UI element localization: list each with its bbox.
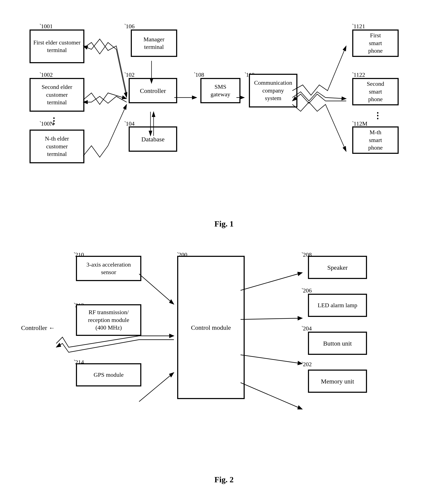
box-second-elder-terminal: Second eldercustomerterminal <box>30 78 84 112</box>
ref-204: ‵204 <box>302 325 312 332</box>
box-first-elder-terminal: First elder customer terminal <box>30 30 84 63</box>
box-rf-module: RF transmission/reception module(400 MHz… <box>76 304 141 336</box>
ref-1122: ‵1122 <box>352 71 365 78</box>
ref-112M: ‵112M <box>352 120 368 127</box>
fig2-caption: Fig. 2 <box>17 475 431 484</box>
ref-202: ‵202 <box>302 361 312 368</box>
ref-102: ‵102 <box>125 71 135 78</box>
svg-line-11 <box>241 273 303 290</box>
ref-106: ‵106 <box>125 23 135 30</box>
ref-1002: ‵1002 <box>40 71 53 78</box>
box-button-unit: Button unit <box>308 332 367 355</box>
box-nth-elder-terminal: N-th eldercustomerterminal <box>30 130 84 163</box>
box-second-smartphone: Secondsmartphone <box>352 78 399 105</box>
box-sms-gateway: SMSgateway <box>200 78 240 103</box>
box-manager-terminal: Managerterminal <box>131 30 177 57</box>
box-memory-unit: Memory unit <box>308 370 367 393</box>
box-speaker: Speaker <box>308 256 367 279</box>
ref-1001: ‵1001 <box>40 23 53 30</box>
box-gps-module: GPS module <box>76 363 141 386</box>
box-controller: Controller <box>129 78 177 103</box>
svg-line-9 <box>139 274 174 304</box>
figure1-container: ‵1001 ‵1002 ‵100N ‵106 ‵102 ‵104 ‵108 ‵1… <box>17 13 431 219</box>
dots-smart: ⋮ <box>373 111 382 121</box>
box-control-module: Control module <box>177 256 245 399</box>
ref-206: ‵206 <box>302 287 312 294</box>
fig1-caption: Fig. 1 <box>17 219 431 228</box>
figure2-container: ‵210 ‵212 ‵214 ‵200 ‵208 ‵206 ‵204 ‵202 … <box>17 241 431 469</box>
controller-label-fig2: Controller ← <box>21 324 55 332</box>
svg-line-12 <box>241 318 303 319</box>
page: ‵1001 ‵1002 ‵100N ‵106 ‵102 ‵104 ‵108 ‵1… <box>0 0 448 500</box>
ref-108: ‵108 <box>194 71 204 78</box>
box-led-lamp: LED alarm lamp <box>308 294 367 317</box>
dots-elder: ⋮ <box>49 116 58 126</box>
box-mth-smartphone: M-thsmartphone <box>352 126 399 154</box>
box-first-smartphone: Firstsmartphone <box>352 30 399 57</box>
svg-line-14 <box>241 383 303 409</box>
box-database: Database <box>129 126 177 152</box>
ref-1121: ‵1121 <box>352 23 365 30</box>
ref-104: ‵104 <box>125 120 135 127</box>
svg-line-10 <box>139 373 174 402</box>
svg-line-13 <box>241 355 303 364</box>
box-comm-company: Communicationcompanysystem <box>249 74 297 107</box>
box-accel-sensor: 3-axis accelerationsensor <box>76 256 141 281</box>
